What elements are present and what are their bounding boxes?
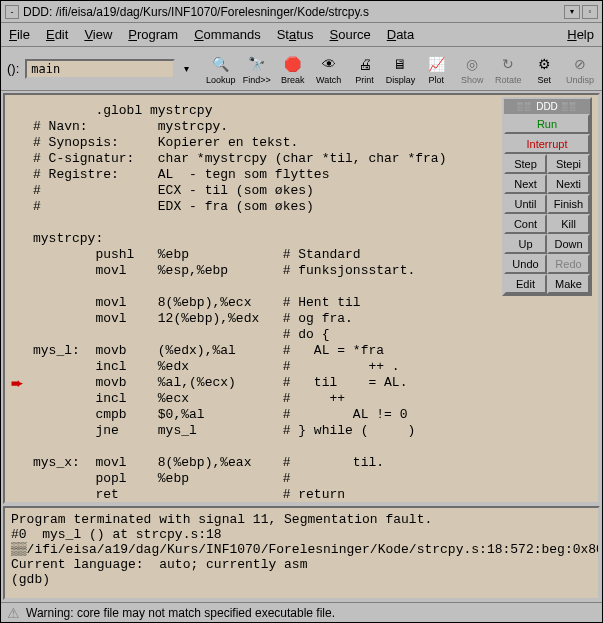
interrupt-button[interactable]: Interrupt bbox=[504, 134, 590, 154]
arg-label: (): bbox=[7, 61, 19, 76]
printer-icon: 🖨 bbox=[353, 53, 377, 75]
menu-source[interactable]: Source bbox=[330, 27, 371, 42]
menu-status[interactable]: Status bbox=[277, 27, 314, 42]
cont-button[interactable]: Cont bbox=[504, 214, 547, 234]
menu-program[interactable]: Program bbox=[128, 27, 178, 42]
command-tool-title[interactable]: ░░ DDD ░░ bbox=[504, 99, 590, 114]
stepi-button[interactable]: Stepi bbox=[547, 154, 590, 174]
menu-commands[interactable]: Commands bbox=[194, 27, 260, 42]
tool-set[interactable]: ⚙ Set bbox=[528, 52, 560, 86]
toolbar: (): ▾ 🔍 Lookup 🔭 Find>> 🛑 Break 👁 Watch … bbox=[1, 47, 602, 91]
arg-input[interactable] bbox=[25, 59, 175, 79]
menubar: File Edit View Program Commands Status S… bbox=[1, 23, 602, 47]
status-text: Warning: core file may not match specifi… bbox=[26, 606, 335, 620]
arg-dropdown-icon[interactable]: ▾ bbox=[179, 63, 193, 74]
step-button[interactable]: Step bbox=[504, 154, 547, 174]
menu-file[interactable]: File bbox=[9, 27, 30, 42]
plot-icon: 📈 bbox=[424, 53, 448, 75]
nexti-button[interactable]: Nexti bbox=[547, 174, 590, 194]
source-pane[interactable]: ➨ .globl mystrcpy # Navn: mystrcpy. # Sy… bbox=[3, 93, 600, 504]
tool-plot[interactable]: 📈 Plot bbox=[420, 52, 452, 86]
magnifier-icon: 🔍 bbox=[209, 53, 233, 75]
window-menu-icon[interactable]: - bbox=[5, 5, 19, 19]
finish-button[interactable]: Finish bbox=[547, 194, 590, 214]
rotate-icon: ↻ bbox=[496, 53, 520, 75]
menu-data[interactable]: Data bbox=[387, 27, 414, 42]
window-title: DDD: /ifi/eisa/a19/dag/Kurs/INF1070/Fore… bbox=[23, 5, 564, 19]
tool-show: ◎ Show bbox=[456, 52, 488, 86]
tool-print[interactable]: 🖨 Print bbox=[349, 52, 381, 86]
next-button[interactable]: Next bbox=[504, 174, 547, 194]
up-button[interactable]: Up bbox=[504, 234, 547, 254]
tool-find[interactable]: 🔭 Find>> bbox=[241, 52, 273, 86]
tool-display[interactable]: 🖥 Display bbox=[384, 52, 416, 86]
down-button[interactable]: Down bbox=[547, 234, 590, 254]
maximize-button[interactable]: ▫ bbox=[582, 5, 598, 19]
statusbar: ⚠ Warning: core file may not match speci… bbox=[1, 602, 602, 622]
until-button[interactable]: Until bbox=[504, 194, 547, 214]
tool-watch[interactable]: 👁 Watch bbox=[313, 52, 345, 86]
tool-break[interactable]: 🛑 Break bbox=[277, 52, 309, 86]
binoculars-icon: 🔭 bbox=[245, 53, 269, 75]
menu-help[interactable]: Help bbox=[567, 27, 594, 42]
kill-button[interactable]: Kill bbox=[547, 214, 590, 234]
redo-button: Redo bbox=[547, 254, 590, 274]
command-tool: ░░ DDD ░░ Run Interrupt Step Stepi Next … bbox=[502, 97, 592, 296]
run-button[interactable]: Run bbox=[504, 114, 590, 134]
gdb-console[interactable]: Program terminated with signal 11, Segme… bbox=[3, 506, 600, 600]
menu-view[interactable]: View bbox=[84, 27, 112, 42]
menu-edit[interactable]: Edit bbox=[46, 27, 68, 42]
tool-rotate: ↻ Rotate bbox=[492, 52, 524, 86]
stop-icon: 🛑 bbox=[281, 53, 305, 75]
tool-lookup[interactable]: 🔍 Lookup bbox=[205, 52, 237, 86]
make-button[interactable]: Make bbox=[547, 274, 590, 294]
display-icon: 🖥 bbox=[388, 53, 412, 75]
tool-undisp: ⊘ Undisp bbox=[564, 52, 596, 86]
warning-icon: ⚠ bbox=[7, 605, 20, 621]
titlebar: - DDD: /ifi/eisa/a19/dag/Kurs/INF1070/Fo… bbox=[1, 1, 602, 23]
app-window: - DDD: /ifi/eisa/a19/dag/Kurs/INF1070/Fo… bbox=[0, 0, 603, 623]
minimize-button[interactable]: ▾ bbox=[564, 5, 580, 19]
undo-button[interactable]: Undo bbox=[504, 254, 547, 274]
breakpoint-arrow-icon[interactable]: ➨ bbox=[11, 375, 23, 391]
undisplay-icon: ⊘ bbox=[568, 53, 592, 75]
gear-icon: ⚙ bbox=[532, 53, 556, 75]
eye-icon: 👁 bbox=[317, 53, 341, 75]
edit-button[interactable]: Edit bbox=[504, 274, 547, 294]
show-icon: ◎ bbox=[460, 53, 484, 75]
